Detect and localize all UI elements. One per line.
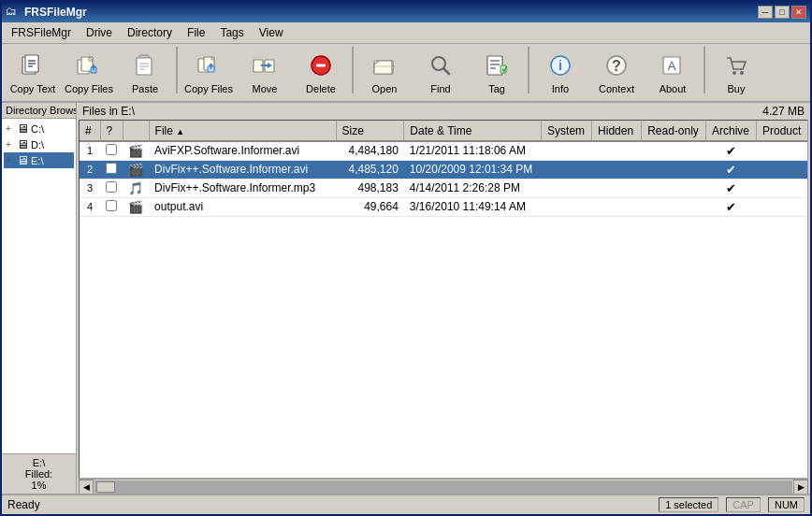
paste-button[interactable]: Paste bbox=[118, 47, 172, 98]
file-type-icon: 🎬 bbox=[128, 163, 143, 177]
table-row[interactable]: 1 🎬 AviFXP.Software.Informer.avi 4,484,1… bbox=[80, 141, 807, 160]
table-header-row: # ? File ▲ Size Date & Time System Hidde… bbox=[80, 121, 807, 141]
menu-directory[interactable]: Directory bbox=[122, 24, 178, 41]
col-header-readonly[interactable]: Read-only bbox=[642, 121, 706, 141]
cell-system bbox=[542, 160, 592, 179]
menu-tags[interactable]: Tags bbox=[214, 24, 249, 41]
drive-icon-e: 🖥 bbox=[17, 153, 29, 167]
status-bar: Ready 1 selected CAP NUM bbox=[2, 494, 810, 514]
menu-frsfilemgr[interactable]: FRSFileMgr bbox=[6, 24, 77, 41]
col-header-hidden[interactable]: Hidden bbox=[592, 121, 642, 141]
open-button[interactable]: Open bbox=[357, 47, 412, 98]
copy-files-button-2[interactable]: Copy Files bbox=[181, 47, 236, 98]
paste-label: Paste bbox=[132, 83, 158, 95]
table-row[interactable]: 3 🎵 DivFix++.Software.Informer.mp3 498,1… bbox=[80, 179, 807, 197]
drive-label-d: D:\ bbox=[31, 139, 44, 150]
directory-pane: Directory Brows + 🖥 C:\ + 🖥 D:\ + 🖥 E:\ bbox=[2, 103, 77, 494]
info-button[interactable]: i Info bbox=[533, 47, 587, 98]
copy-text-button[interactable]: Copy Text bbox=[6, 47, 60, 98]
table-row[interactable]: 4 🎬 output.avi 49,664 3/16/2010 11:49:14… bbox=[80, 197, 807, 216]
toolbar-sep-4 bbox=[703, 47, 705, 93]
cell-product bbox=[757, 160, 807, 179]
scroll-track[interactable] bbox=[94, 480, 792, 494]
svg-line-30 bbox=[443, 68, 449, 74]
context-icon: ? bbox=[602, 50, 631, 80]
cell-num: 3 bbox=[80, 179, 100, 197]
menu-view[interactable]: View bbox=[254, 24, 289, 41]
horizontal-scrollbar[interactable]: ◀ ▶ bbox=[79, 479, 808, 494]
col-header-product[interactable]: Product bbox=[757, 121, 807, 141]
drive-icon-d: 🖥 bbox=[17, 137, 29, 151]
tag-icon bbox=[482, 50, 512, 80]
cell-check[interactable] bbox=[100, 197, 123, 216]
file-type-icon: 🎬 bbox=[128, 144, 143, 158]
col-header-type bbox=[123, 121, 149, 141]
svg-point-42 bbox=[740, 71, 744, 75]
toolbar: Copy Text Copy Files bbox=[2, 44, 810, 103]
total-size-label: 4.27 MB bbox=[762, 105, 805, 118]
status-text: Ready bbox=[7, 498, 651, 511]
copy-files-button-1[interactable]: Copy Files bbox=[62, 47, 116, 98]
menu-bar: FRSFileMgr Drive Directory File Tags Vie… bbox=[2, 22, 810, 44]
minimize-button[interactable]: ─ bbox=[758, 6, 773, 19]
col-header-check[interactable]: ? bbox=[100, 121, 123, 141]
cell-archive: ✔ bbox=[706, 179, 757, 197]
col-header-num[interactable]: # bbox=[80, 121, 100, 141]
buy-button[interactable]: Buy bbox=[709, 47, 763, 98]
expand-icon-e: + bbox=[6, 155, 15, 165]
content-area: Directory Brows + 🖥 C:\ + 🖥 D:\ + 🖥 E:\ bbox=[2, 103, 810, 494]
tag-button[interactable]: Tag bbox=[470, 47, 524, 98]
context-button[interactable]: ? Context bbox=[589, 47, 644, 98]
tree-item-d[interactable]: + 🖥 D:\ bbox=[4, 136, 74, 152]
cell-size: 498,183 bbox=[336, 179, 404, 197]
context-label: Context bbox=[599, 83, 634, 95]
menu-drive[interactable]: Drive bbox=[80, 24, 118, 41]
app-icon: 🗂 bbox=[6, 5, 21, 20]
cell-hidden bbox=[592, 141, 642, 160]
cell-check[interactable] bbox=[100, 141, 123, 160]
svg-text:i: i bbox=[558, 58, 562, 73]
cell-product bbox=[757, 141, 807, 160]
maximize-button[interactable]: □ bbox=[775, 6, 790, 19]
col-header-datetime[interactable]: Date & Time bbox=[404, 121, 542, 141]
col-header-archive[interactable]: Archive bbox=[706, 121, 757, 141]
file-table-container[interactable]: # ? File ▲ Size Date & Time System Hidde… bbox=[79, 120, 808, 479]
col-header-file[interactable]: File ▲ bbox=[149, 121, 336, 141]
cell-filename[interactable]: DivFix++.Software.Informer.avi bbox=[149, 160, 336, 179]
cell-archive: ✔ bbox=[706, 197, 757, 216]
menu-file[interactable]: File bbox=[181, 24, 210, 41]
col-header-size[interactable]: Size bbox=[336, 121, 404, 141]
move-button[interactable]: Move bbox=[238, 47, 292, 98]
drive-info: E:\ Filled: 1% bbox=[2, 453, 76, 494]
files-location-label: Files in E:\ bbox=[82, 105, 135, 118]
expand-icon-c: + bbox=[6, 123, 15, 134]
delete-button[interactable]: Delete bbox=[294, 47, 348, 98]
copy-text-icon bbox=[18, 50, 48, 80]
about-label: About bbox=[660, 83, 687, 95]
about-button[interactable]: A About bbox=[645, 47, 700, 98]
cell-filename[interactable]: DivFix++.Software.Informer.mp3 bbox=[149, 179, 336, 197]
close-button[interactable]: ✕ bbox=[791, 6, 806, 19]
find-button[interactable]: Find bbox=[413, 47, 468, 98]
delete-label: Delete bbox=[306, 83, 336, 95]
info-icon: i bbox=[545, 50, 575, 80]
cell-readonly bbox=[642, 197, 706, 216]
cell-filename[interactable]: output.avi bbox=[149, 197, 336, 216]
cell-filename[interactable]: AviFXP.Software.Informer.avi bbox=[149, 141, 336, 160]
tree-item-c[interactable]: + 🖥 C:\ bbox=[4, 121, 74, 136]
cell-archive: ✔ bbox=[706, 160, 757, 179]
scroll-left-arrow[interactable]: ◀ bbox=[79, 480, 94, 494]
drive-icon-c: 🖥 bbox=[17, 122, 29, 136]
cell-check[interactable] bbox=[100, 160, 123, 179]
expand-icon-d: + bbox=[6, 139, 15, 150]
cell-num: 2 bbox=[80, 160, 100, 179]
cell-check[interactable] bbox=[100, 179, 123, 197]
scroll-thumb[interactable] bbox=[96, 481, 115, 493]
delete-icon bbox=[306, 50, 336, 80]
cell-size: 4,485,120 bbox=[336, 160, 404, 179]
col-header-system[interactable]: System bbox=[542, 121, 592, 141]
paste-icon bbox=[130, 50, 160, 80]
tree-item-e[interactable]: + 🖥 E:\ bbox=[4, 152, 74, 168]
scroll-right-arrow[interactable]: ▶ bbox=[793, 480, 808, 494]
table-row[interactable]: 2 🎬 DivFix++.Software.Informer.avi 4,485… bbox=[80, 160, 807, 179]
